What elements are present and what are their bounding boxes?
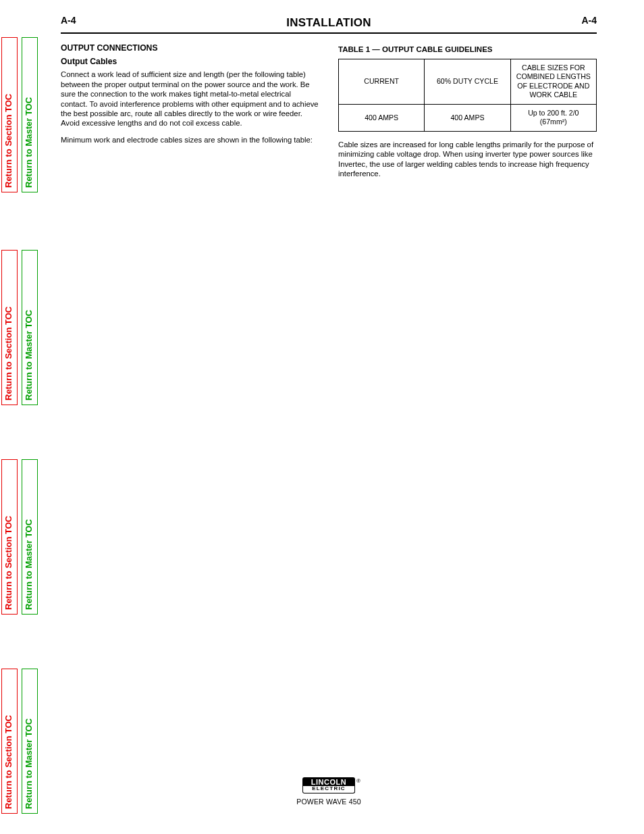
page-title: INSTALLATION	[61, 16, 597, 30]
table-row: 400 AMPS 400 AMPS Up to 200 ft. 2/0 (67m…	[339, 104, 597, 131]
page-code-left: A-4	[61, 15, 76, 26]
toc-column-section: Return to Section TOC Return to Section …	[0, 0, 20, 834]
title-rule	[61, 32, 597, 34]
return-section-toc-button[interactable]: Return to Section TOC	[1, 250, 18, 405]
return-master-toc-button[interactable]: Return to Master TOC	[22, 669, 38, 814]
return-section-toc-button[interactable]: Return to Section TOC	[1, 37, 18, 192]
return-master-toc-button[interactable]: Return to Master TOC	[22, 459, 38, 615]
return-master-toc-label: Return to Master TOC	[24, 519, 34, 610]
left-column: OUTPUT CONNECTIONS Output Cables Connect…	[61, 43, 319, 186]
heading-output-cables: Output Cables	[61, 57, 319, 68]
registered-mark-icon: ®	[356, 778, 360, 784]
return-section-toc-button[interactable]: Return to Section TOC	[1, 669, 18, 814]
table-header-cell: 60% DUTY CYCLE	[425, 59, 510, 104]
brand-logo-bottom: ELECTRIC	[302, 786, 355, 793]
table-header-cell: CURRENT	[339, 59, 425, 104]
output-cable-table: CURRENT 60% DUTY CYCLE CABLE SIZES FOR C…	[338, 59, 597, 132]
table-cell: Up to 200 ft. 2/0 (67mm²)	[510, 104, 596, 131]
page-code-right: A-4	[581, 15, 597, 26]
table-cell: 400 AMPS	[425, 104, 510, 131]
model-name: POWER WAVE 450	[296, 798, 361, 806]
return-section-toc-button[interactable]: Return to Section TOC	[1, 459, 18, 615]
two-column-layout: OUTPUT CONNECTIONS Output Cables Connect…	[61, 43, 597, 186]
return-section-toc-label: Return to Section TOC	[3, 94, 14, 188]
heading-output-connections: OUTPUT CONNECTIONS	[61, 43, 319, 54]
return-master-toc-button[interactable]: Return to Master TOC	[22, 250, 38, 405]
paragraph: Connect a work lead of sufficient size a…	[61, 70, 319, 128]
return-section-toc-label: Return to Section TOC	[3, 307, 14, 400]
right-column: TABLE 1 — OUTPUT CABLE GUIDELINES CURREN…	[338, 43, 597, 186]
table-title: TABLE 1 — OUTPUT CABLE GUIDELINES	[338, 45, 597, 55]
paragraph: Minimum work and electrode cables sizes …	[61, 135, 319, 145]
paragraph: Cable sizes are increased for long cable…	[338, 140, 597, 179]
return-section-toc-label: Return to Section TOC	[3, 715, 14, 809]
return-master-toc-button[interactable]: Return to Master TOC	[22, 37, 38, 192]
brand-logo: LINCOLN ELECTRIC ®	[302, 777, 355, 793]
page-content: A-4 A-4 INSTALLATION OUTPUT CONNECTIONS …	[61, 15, 597, 807]
toc-column-master: Return to Master TOC Return to Master TO…	[20, 0, 41, 834]
return-master-toc-label: Return to Master TOC	[24, 719, 34, 809]
return-master-toc-label: Return to Master TOC	[24, 310, 34, 400]
table-row: CURRENT 60% DUTY CYCLE CABLE SIZES FOR C…	[339, 59, 597, 104]
return-section-toc-label: Return to Section TOC	[3, 516, 14, 610]
table-cell: 400 AMPS	[339, 104, 425, 131]
table-header-cell: CABLE SIZES FOR COMBINED LENGTHS OF ELEC…	[510, 59, 596, 104]
return-master-toc-label: Return to Master TOC	[24, 97, 34, 188]
